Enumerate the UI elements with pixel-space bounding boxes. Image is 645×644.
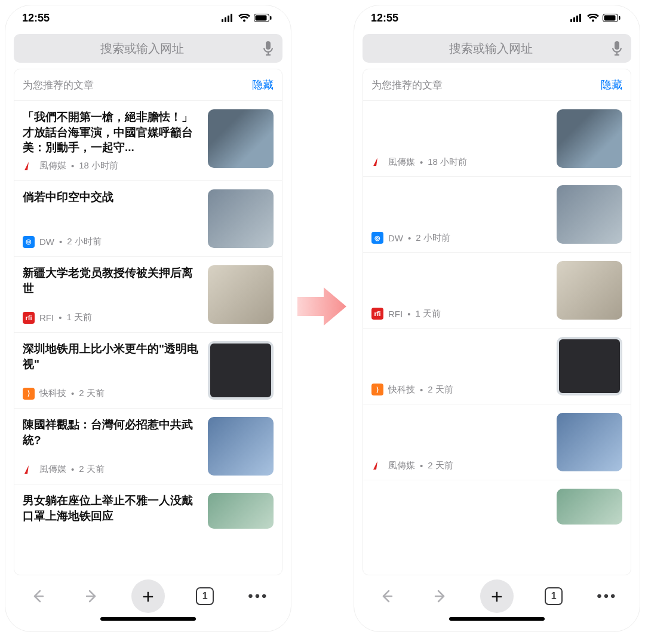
- article-time: 2 小时前: [67, 236, 102, 247]
- forward-button[interactable]: [78, 583, 105, 609]
- article-thumbnail: [557, 185, 622, 244]
- recommended-card: 为您推荐的文章 隐藏 「我們不開第一槍，絕非膽怯！」才放話台海軍演，中國官媒呼籲…: [14, 69, 282, 575]
- section-title: 为您推荐的文章: [371, 78, 443, 92]
- mic-icon[interactable]: [262, 41, 274, 56]
- forward-button[interactable]: [427, 583, 453, 609]
- search-placeholder: 搜索或输入网址: [22, 41, 262, 57]
- svg-rect-13: [573, 17, 575, 22]
- article-item[interactable]: ⟩ 快科技 • 2 天前: [363, 329, 631, 404]
- article-text: 陳國祥觀點：台灣何必招惹中共武統? 風傳媒 • 2 天前: [23, 417, 201, 476]
- wifi-icon: [587, 14, 599, 22]
- article-title: 陳國祥觀點：台灣何必招惹中共武統?: [23, 417, 201, 447]
- article-text: rfi RFI • 1 天前: [371, 261, 549, 320]
- article-thumbnail: [208, 341, 274, 400]
- article-feed[interactable]: 「我們不開第一槍，絕非膽怯！」才放話台海軍演，中國官媒呼籲台美：別動手，一起守.…: [14, 101, 282, 575]
- svg-rect-5: [256, 16, 267, 21]
- article-text: 深圳地铁用上比小米更牛的"透明电视" ⟩ 快科技 • 2 天前: [23, 341, 201, 400]
- transition-arrow-icon: [297, 284, 348, 329]
- article-time: 2 天前: [428, 384, 453, 395]
- article-meta: ◎ DW • 2 小时前: [371, 232, 549, 244]
- article-time: 2 天前: [428, 460, 453, 471]
- article-item[interactable]: 深圳地铁用上比小米更牛的"透明电视" ⟩ 快科技 • 2 天前: [14, 333, 282, 409]
- article-source: DW: [388, 233, 403, 243]
- card-header: 为您推荐的文章 隐藏: [14, 69, 282, 101]
- article-thumbnail: [208, 189, 274, 248]
- article-meta: 風傳媒 • 2 天前: [23, 464, 201, 476]
- search-bar[interactable]: 搜索或输入网址: [14, 34, 282, 63]
- svg-rect-17: [604, 16, 616, 21]
- article-item[interactable]: rfi RFI • 1 天前: [363, 253, 631, 329]
- article-text: ◎ DW • 2 小时前: [371, 185, 549, 244]
- more-button[interactable]: •••: [245, 583, 271, 609]
- source-icon: [23, 160, 35, 172]
- article-title: 男女躺在座位上举止不雅一人没戴口罩上海地铁回应: [23, 493, 201, 523]
- svg-rect-6: [270, 16, 272, 20]
- article-source: DW: [39, 237, 54, 247]
- article-text: 風傳媒 • 2 天前: [371, 413, 549, 471]
- article-thumbnail: [208, 109, 274, 168]
- article-title: 倘若中印空中交战: [23, 189, 201, 205]
- article-text: 「我們不開第一槍，絕非膽怯！」才放話台海軍演，中國官媒呼籲台美：別動手，一起守.…: [23, 109, 201, 172]
- article-item[interactable]: ◎ DW • 2 小时前: [363, 177, 631, 253]
- hide-button[interactable]: 隐藏: [601, 78, 622, 92]
- hide-button[interactable]: 隐藏: [252, 78, 274, 92]
- article-source: RFI: [388, 309, 403, 319]
- status-time: 12:55: [22, 12, 50, 24]
- article-thumbnail: [208, 265, 274, 324]
- source-icon: [371, 156, 383, 168]
- battery-icon: [603, 14, 621, 22]
- article-source: 風傳媒: [388, 460, 415, 471]
- article-item[interactable]: 風傳媒 • 2 天前: [363, 404, 631, 480]
- article-thumbnail: [557, 489, 622, 525]
- more-button[interactable]: •••: [594, 583, 620, 609]
- bottom-toolbar: + 1 •••: [5, 575, 291, 617]
- signal-icon: [570, 14, 583, 22]
- source-icon: [371, 459, 383, 471]
- article-item[interactable]: 陳國祥觀點：台灣何必招惹中共武統? 風傳媒 • 2 天前: [14, 409, 282, 484]
- article-text: 新疆大学老党员教授传被关押后离世 rfi RFI • 1 天前: [23, 265, 201, 324]
- status-indicators: [222, 14, 272, 22]
- article-item[interactable]: 「我們不開第一槍，絕非膽怯！」才放話台海軍演，中國官媒呼籲台美：別動手，一起守.…: [14, 101, 282, 181]
- article-meta: ⟩ 快科技 • 2 天前: [371, 384, 549, 395]
- tabs-button[interactable]: 1: [192, 583, 218, 609]
- article-item[interactable]: 風傳媒 • 18 小时前: [363, 101, 631, 177]
- article-text: 倘若中印空中交战 ◎ DW • 2 小时前: [23, 189, 201, 248]
- article-source: 風傳媒: [39, 160, 66, 171]
- search-bar[interactable]: 搜索或输入网址: [363, 34, 631, 63]
- article-time: 18 小时前: [428, 157, 467, 168]
- source-icon: ⟩: [23, 388, 35, 400]
- article-item[interactable]: 新疆大学老党员教授传被关押后离世 rfi RFI • 1 天前: [14, 257, 282, 333]
- home-indicator[interactable]: [354, 617, 640, 631]
- tabs-button[interactable]: 1: [540, 583, 567, 609]
- article-source: RFI: [39, 312, 54, 323]
- status-bar: 12:55: [354, 5, 640, 30]
- new-tab-button[interactable]: +: [480, 579, 514, 613]
- svg-rect-14: [576, 16, 578, 22]
- source-icon: rfi: [371, 308, 383, 320]
- mic-icon[interactable]: [611, 41, 623, 56]
- article-time: 2 天前: [79, 464, 105, 475]
- source-icon: [23, 464, 35, 476]
- article-title: 深圳地铁用上比小米更牛的"透明电视": [23, 341, 201, 372]
- home-indicator[interactable]: [5, 617, 291, 631]
- article-thumbnail: [557, 261, 622, 320]
- back-button[interactable]: [374, 583, 400, 609]
- status-bar: 12:55: [5, 5, 291, 30]
- svg-rect-2: [228, 16, 229, 22]
- article-source: 快科技: [39, 388, 66, 399]
- article-text: 風傳媒 • 18 小时前: [371, 109, 549, 168]
- svg-rect-18: [619, 16, 621, 20]
- article-item[interactable]: [363, 480, 631, 533]
- battery-icon: [254, 14, 272, 22]
- svg-rect-12: [570, 19, 572, 22]
- source-icon: ◎: [23, 236, 35, 248]
- tab-count: 1: [196, 587, 214, 605]
- back-button[interactable]: [25, 583, 51, 609]
- article-item[interactable]: 男女躺在座位上举止不雅一人没戴口罩上海地铁回应: [14, 484, 282, 537]
- article-feed[interactable]: 風傳媒 • 18 小时前 ◎ DW • 2 小时前: [363, 101, 631, 575]
- article-time: 1 天前: [66, 312, 92, 323]
- article-meta: 風傳媒 • 18 小时前: [371, 156, 549, 168]
- status-indicators: [570, 14, 621, 22]
- article-item[interactable]: 倘若中印空中交战 ◎ DW • 2 小时前: [14, 181, 282, 257]
- new-tab-button[interactable]: +: [131, 579, 165, 613]
